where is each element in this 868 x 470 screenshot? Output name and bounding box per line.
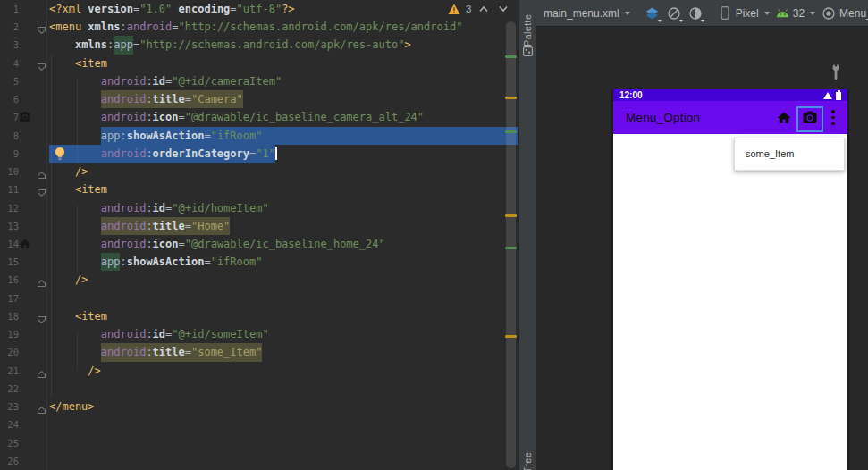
editor-row: 11 <item (0, 180, 518, 198)
code-line[interactable] (49, 290, 518, 307)
xml-editor[interactable]: 1<?xml version="1.0" encoding="utf-8"?>2… (0, 0, 518, 470)
code-line[interactable] (49, 434, 518, 452)
fold-marker-icon[interactable] (37, 167, 46, 176)
design-surface-button[interactable] (645, 4, 660, 22)
editor-row: 21 /> (0, 362, 518, 380)
code-line[interactable]: <item (49, 55, 518, 72)
code-line[interactable]: android:id="@+id/cameraItem" (49, 72, 518, 90)
device-selector[interactable]: Pixel (718, 5, 770, 21)
code-line[interactable]: /> (49, 362, 518, 380)
orientation-button[interactable] (667, 4, 681, 22)
code-token: = (172, 18, 178, 36)
code-line[interactable]: android:icon="@drawable/ic_baseline_came… (49, 108, 518, 126)
code-line[interactable]: android:id="@+id/homeItem" (49, 199, 518, 217)
code-token: = (230, 0, 236, 18)
editor-row: 7 android:icon="@drawable/ic_baseline_ca… (0, 108, 518, 126)
code-token: <item (75, 55, 107, 72)
editor-row: 19 android:id="@+id/someItem" (0, 325, 518, 343)
editor-row: 4 <item (0, 55, 518, 72)
home-icon[interactable] (19, 238, 31, 250)
code-token (49, 36, 75, 54)
wrench-icon[interactable] (829, 63, 843, 81)
fold-marker-icon[interactable] (37, 22, 46, 31)
phone-icon (718, 5, 732, 21)
code-line[interactable] (49, 380, 518, 398)
code-token: android (101, 145, 147, 163)
line-number: 15 (0, 253, 19, 271)
code-token: "http://schemas.android.com/apk/res/andr… (179, 18, 463, 36)
editor-row: 26 (0, 452, 518, 470)
code-token (49, 127, 101, 145)
code-line[interactable]: <item (49, 307, 518, 325)
next-issue-button[interactable] (496, 3, 510, 15)
code-line[interactable]: /> (49, 163, 518, 180)
code-token: id (153, 199, 165, 217)
fold-marker-icon[interactable] (37, 366, 46, 375)
code-token: android (127, 18, 173, 36)
code-token (49, 307, 75, 325)
palette-tab[interactable]: Palette (522, 5, 533, 46)
code-token: xmlns (75, 36, 107, 54)
code-line[interactable]: xmlns:app="http://schemas.android.com/ap… (49, 36, 518, 54)
code-line[interactable]: android:title="Home" (49, 217, 518, 235)
code-token: "ifRoom" (211, 127, 263, 145)
error-stripe-mark[interactable] (505, 214, 517, 217)
fold-marker-icon[interactable] (37, 402, 46, 411)
overflow-menu-button[interactable] (831, 110, 835, 125)
dropdown-menu-item[interactable]: some_Item (735, 138, 844, 170)
home-menu-item[interactable] (776, 110, 792, 126)
code-line[interactable]: app:showAsAction="ifRoom" (49, 127, 518, 145)
code-token: android (101, 235, 147, 253)
code-line[interactable]: android:id="@+id/someItem" (49, 325, 518, 343)
code-line[interactable]: <item (49, 180, 518, 198)
code-token: android (101, 217, 147, 235)
app-bar-title: Menu_Option (626, 101, 700, 134)
fold-marker-icon[interactable] (37, 185, 46, 194)
line-number: 20 (0, 343, 19, 361)
line-number: 1 (0, 0, 19, 18)
code-line[interactable] (49, 452, 518, 470)
code-token: <item (75, 307, 107, 325)
error-stripe-mark[interactable] (505, 55, 517, 58)
code-token: orderInCategory (153, 145, 249, 163)
fold-marker-icon[interactable] (37, 312, 46, 321)
error-stripe-mark[interactable] (505, 335, 517, 338)
component-tree-tab[interactable]: Component Tree (522, 447, 533, 470)
editor-row: 23</menu> (0, 398, 518, 415)
editor-scrollbar[interactable] (506, 21, 516, 468)
code-line[interactable]: android:title="Camera" (49, 90, 518, 108)
code-line[interactable]: android:title="some_Item" (49, 343, 518, 361)
inspections-widget[interactable]: 3 (448, 3, 510, 15)
editor-row: 15 app:showAsAction="ifRoom" (0, 253, 518, 271)
device-preview: 12:00 Menu_Option some_Item (611, 89, 849, 470)
error-stripe-mark[interactable] (505, 130, 517, 133)
code-line[interactable]: <menu xmlns:android="http://schemas.andr… (49, 18, 518, 36)
theme-selector[interactable]: Menu_Option (822, 6, 868, 21)
battery-icon (836, 92, 841, 100)
fold-marker-icon[interactable] (37, 275, 46, 284)
editor-row: 12 android:id="@+id/homeItem" (0, 199, 518, 217)
code-line[interactable]: android:orderInCategory="1" (49, 145, 518, 163)
code-token: id (153, 72, 165, 90)
code-line[interactable]: /> (49, 271, 518, 289)
editor-row: 9 android:orderInCategory="1" (0, 145, 518, 163)
night-mode-button[interactable] (688, 4, 703, 22)
theme-icon (822, 6, 836, 21)
code-line[interactable] (49, 415, 518, 433)
lightbulb-icon[interactable] (53, 147, 67, 161)
code-token: : (146, 72, 152, 90)
code-token: = (204, 253, 210, 271)
previous-issue-button[interactable] (476, 3, 491, 15)
code-token: : (146, 235, 152, 253)
error-stripe-mark[interactable] (505, 97, 517, 99)
fold-marker-icon[interactable] (37, 59, 46, 68)
code-line[interactable]: app:showAsAction="ifRoom" (49, 253, 518, 271)
code-line[interactable]: </menu> (49, 398, 518, 415)
code-line[interactable]: android:icon="@drawable/ic_baseline_home… (49, 235, 518, 253)
code-token: = (185, 217, 191, 235)
camera-icon[interactable] (19, 111, 31, 123)
file-selector[interactable]: main_menu.xml (544, 7, 630, 20)
camera-menu-item[interactable] (802, 110, 818, 126)
api-selector[interactable]: 32 (776, 7, 815, 20)
error-stripe-mark[interactable] (505, 247, 517, 249)
